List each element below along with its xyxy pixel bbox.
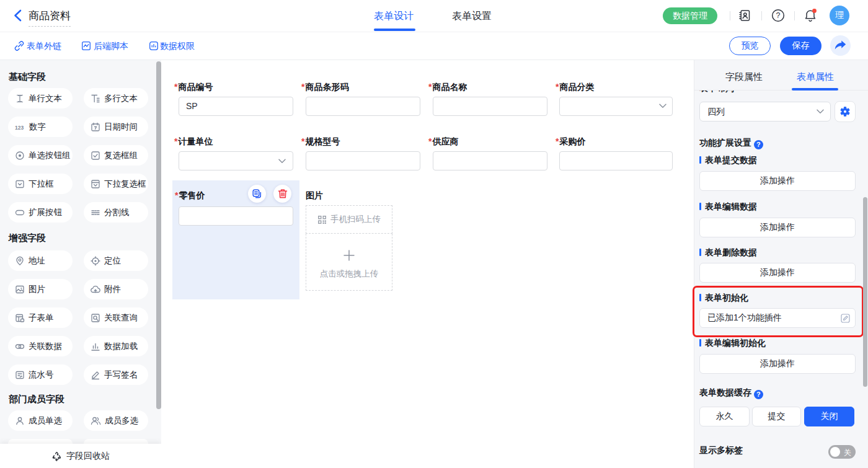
svg-text:?: ?: [776, 11, 781, 20]
svg-text:123: 123: [15, 124, 24, 130]
